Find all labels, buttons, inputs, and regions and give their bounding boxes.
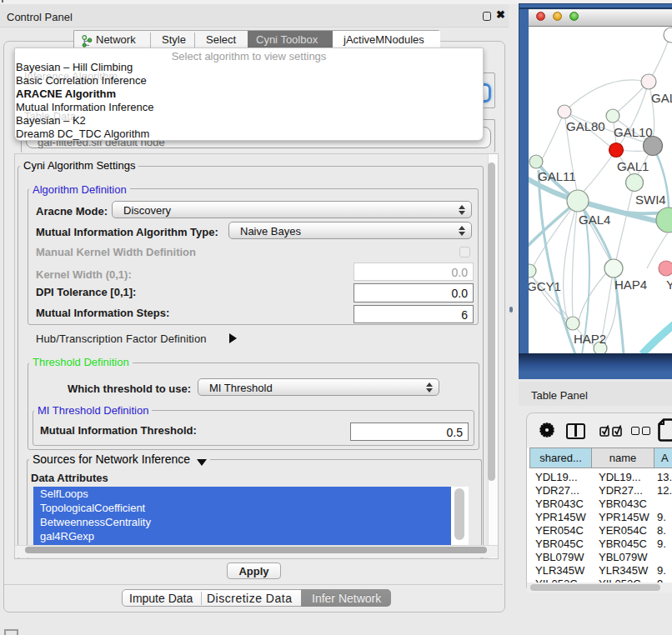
svg-text:GAL10: GAL10: [614, 125, 653, 139]
svg-text:GCY1: GCY1: [529, 279, 561, 293]
svg-text:HAP4: HAP4: [614, 278, 647, 292]
svg-text:GAL7: GAL7: [651, 91, 672, 105]
svg-text:GAL4: GAL4: [579, 212, 610, 227]
svg-text:GAL80: GAL80: [566, 119, 605, 133]
svg-text:HAP2: HAP2: [574, 332, 606, 346]
svg-text:GAL1: GAL1: [617, 159, 649, 173]
svg-text:Y: Y: [666, 278, 672, 292]
svg-text:GAL11: GAL11: [538, 169, 576, 183]
svg-text:SWI4: SWI4: [635, 192, 666, 207]
